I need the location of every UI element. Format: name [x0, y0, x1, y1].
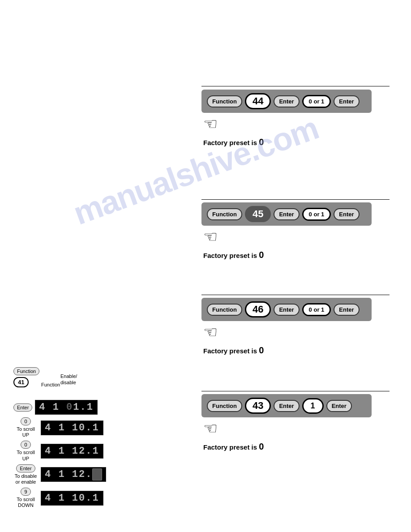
enter-btn-row4[interactable]: Enter — [16, 464, 35, 472]
value-43: 1 — [302, 398, 324, 414]
section-46: Function 46 Enter 0 or 1 Enter ☜ Factory… — [201, 298, 372, 356]
value-44: 0 or 1 — [302, 95, 331, 108]
zero-btn-row3[interactable]: 0 — [21, 441, 30, 449]
divider-line-1 — [201, 86, 390, 86]
enable-disable-label: Enable/disable — [60, 373, 77, 386]
number-46: 46 — [245, 301, 271, 317]
diagram-row-5: 9 To scrollDOWN 4 1 10.1 — [13, 488, 106, 508]
enter2-44[interactable]: Enter — [334, 95, 359, 107]
number-45: 45 — [245, 206, 271, 222]
lcd-row4: 4 1 12.0 — [41, 467, 106, 482]
factory-preset-45: Factory preset is 0 — [203, 250, 372, 260]
diagram-row-3: 0 To scrollUP 4 1 12.1 — [13, 441, 106, 461]
enter1-46[interactable]: Enter — [274, 304, 299, 316]
diagram-row-2: 0 To scrollUP 4 1 10.1 — [13, 417, 106, 438]
factory-preset-44: Factory preset is 0 — [203, 137, 372, 147]
factory-preset-43: Factory preset is 0 — [203, 442, 372, 452]
disable-enable-label: To disableor enable — [13, 473, 38, 485]
nine-btn-row5[interactable]: 9 — [21, 488, 30, 496]
lcd-row1: 4 1 01.1 — [35, 400, 98, 415]
key-sequence-45: Function 45 Enter 0 or 1 Enter — [201, 202, 372, 226]
key-sequence-44: Function 44 Enter 0 or 1 Enter — [201, 90, 372, 113]
scroll-up-label-2: To scrollUP — [13, 450, 38, 461]
function-btn-43[interactable]: Function — [207, 400, 242, 412]
hand-icon-45: ☜ — [203, 227, 218, 246]
enter2-46[interactable]: Enter — [334, 304, 359, 316]
lcd-row2: 4 1 10.1 — [41, 420, 103, 435]
diagram-row-4: Enter To disableor enable 4 1 12.0 — [13, 464, 106, 485]
section-43: Function 43 Enter 1 Enter ☜ Factory pres… — [201, 394, 372, 452]
scroll-up-label-1: To scrollUP — [13, 426, 38, 438]
enter2-43[interactable]: Enter — [326, 400, 352, 412]
section-44: Function 44 Enter 0 or 1 Enter ☜ Factory… — [201, 90, 372, 147]
function-btn-46[interactable]: Function — [207, 304, 242, 316]
value-45: 0 or 1 — [302, 208, 331, 221]
value-46: 0 or 1 — [302, 303, 331, 316]
number-44: 44 — [245, 93, 271, 109]
divider-line-2 — [201, 199, 390, 200]
hand-icon-44: ☜ — [203, 115, 218, 133]
left-number-btn: 41 — [13, 377, 29, 387]
key-sequence-46: Function 46 Enter 0 or 1 Enter — [201, 298, 372, 321]
scroll-down-label: To scrollDOWN — [13, 497, 38, 508]
zero-btn-row2[interactable]: 0 — [21, 417, 30, 425]
left-function-btn[interactable]: Function — [13, 367, 39, 375]
factory-preset-46: Factory preset is 0 — [203, 345, 372, 356]
section-45: Function 45 Enter 0 or 1 Enter ☜ Factory… — [201, 202, 372, 260]
lcd-row5: 4 1 10.1 — [41, 491, 103, 506]
enter1-44[interactable]: Enter — [274, 95, 299, 107]
divider-line-4 — [201, 391, 390, 391]
enter2-45[interactable]: Enter — [334, 208, 359, 220]
number-43: 43 — [245, 398, 271, 414]
enter1-43[interactable]: Enter — [274, 400, 299, 412]
lcd-row3: 4 1 12.1 — [41, 444, 103, 459]
enter1-45[interactable]: Enter — [274, 208, 299, 220]
diagram-row-1: Enter 4 1 01.1 — [13, 400, 106, 415]
enter-btn-row1[interactable]: Enter — [13, 403, 32, 412]
function-btn-45[interactable]: Function — [207, 208, 242, 220]
hand-icon-46: ☜ — [203, 323, 218, 342]
hand-icon-43: ☜ — [203, 419, 218, 438]
function-btn-44[interactable]: Function — [207, 95, 242, 107]
function-above-label: Function — [41, 382, 60, 387]
key-sequence-43: Function 43 Enter 1 Enter — [201, 394, 372, 417]
left-diagram: Function 41 Enable/disable Function Ente… — [13, 367, 106, 511]
divider-line-3 — [201, 295, 390, 295]
